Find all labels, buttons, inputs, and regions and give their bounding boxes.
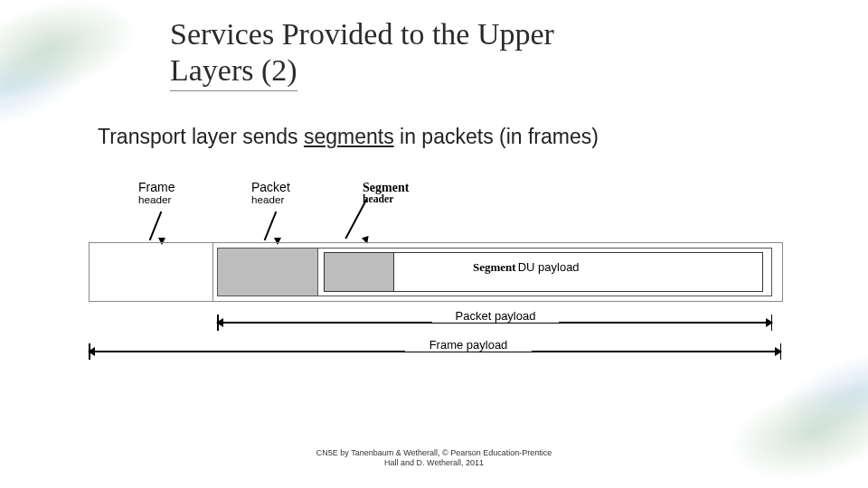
segment-header-label: Segment header bbox=[363, 181, 409, 206]
text-du-payload: DU payload bbox=[518, 260, 580, 274]
packet-header-cell bbox=[218, 249, 318, 296]
frame-header-label: Frame header bbox=[138, 181, 175, 206]
slide-footer: CN5E by Tanenbaum & Wetherall, © Pearson… bbox=[0, 448, 868, 468]
arrow-line-icon bbox=[344, 198, 367, 239]
segment-header-cell bbox=[325, 253, 394, 291]
frame-header-cell bbox=[90, 243, 213, 301]
encapsulation-figure: Frame header Packet header Segment heade… bbox=[89, 181, 785, 371]
frame-payload-text: Frame payload bbox=[405, 338, 532, 352]
arrow-line-icon bbox=[264, 211, 278, 240]
text: header bbox=[251, 194, 290, 206]
text: Segment bbox=[363, 181, 409, 194]
text: Frame bbox=[138, 180, 175, 194]
packet-header-label: Packet header bbox=[251, 181, 290, 206]
arrow-line-icon bbox=[149, 211, 163, 240]
text: Packet bbox=[251, 180, 290, 194]
slide-subtitle: Transport layer sends segments in packet… bbox=[98, 125, 599, 149]
title-line-1: Services Provided to the Upper bbox=[170, 17, 554, 51]
slide: Services Provided to the Upper Layers (2… bbox=[0, 0, 868, 488]
title-line-2: Layers (2) bbox=[170, 52, 297, 91]
footer-line-2: Hall and D. Wetherall, 2011 bbox=[384, 458, 484, 467]
footer-line-1: CN5E by Tanenbaum & Wetherall, © Pearson… bbox=[316, 448, 552, 457]
text: header bbox=[138, 194, 175, 206]
ruler-tick-icon bbox=[780, 343, 782, 360]
text-segment: Segment bbox=[473, 260, 516, 274]
subtitle-underlined: segments bbox=[304, 125, 394, 148]
segment-payload-label: SegmentDU payload bbox=[473, 260, 580, 275]
packet-payload-text: Packet payload bbox=[432, 309, 559, 323]
text: header bbox=[363, 194, 409, 206]
ruler-tick-icon bbox=[771, 314, 773, 331]
slide-title: Services Provided to the Upper Layers (2… bbox=[170, 16, 749, 91]
subtitle-post: in packets (in frames) bbox=[394, 125, 599, 148]
subtitle-pre: Transport layer sends bbox=[98, 125, 304, 148]
